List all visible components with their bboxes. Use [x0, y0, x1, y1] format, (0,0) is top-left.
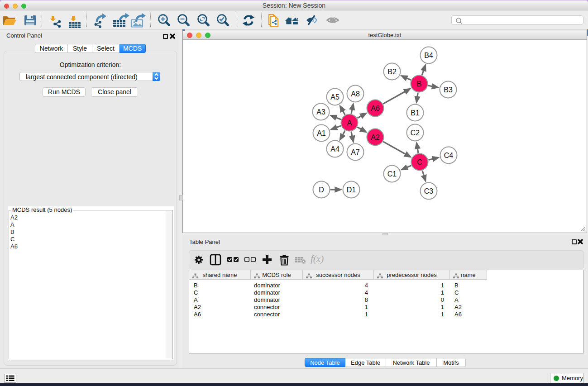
svg-text:D: D: [319, 186, 324, 194]
svg-text:C4: C4: [444, 152, 454, 159]
svg-text:B4: B4: [424, 52, 433, 59]
svg-text:A: A: [347, 119, 352, 127]
svg-text:A6: A6: [371, 105, 380, 112]
svg-text:C1: C1: [387, 170, 397, 178]
svg-text:B2: B2: [387, 68, 397, 76]
svg-text:A4: A4: [330, 145, 339, 153]
svg-text:C: C: [417, 158, 422, 166]
svg-text:B: B: [417, 80, 422, 88]
svg-text:A5: A5: [330, 93, 339, 101]
svg-text:D1: D1: [347, 186, 356, 194]
svg-text:A2: A2: [371, 133, 380, 141]
svg-text:C2: C2: [411, 129, 420, 137]
svg-text:A8: A8: [351, 90, 360, 98]
svg-text:B1: B1: [411, 109, 420, 117]
svg-text:A3: A3: [316, 108, 325, 116]
svg-text:C3: C3: [424, 187, 434, 195]
svg-text:A7: A7: [351, 148, 360, 156]
svg-text:B3: B3: [444, 86, 453, 94]
svg-text:A1: A1: [317, 129, 326, 137]
